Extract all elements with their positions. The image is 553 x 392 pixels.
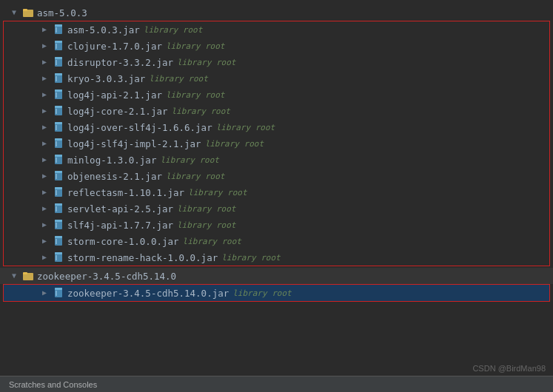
jar-icon (53, 186, 64, 198)
jar-name-12: slf4j-api-1.7.7.jar (67, 220, 173, 231)
asm-child-0[interactable]: ▶ asm-5.0.3.jar library root (4, 21, 549, 38)
jar-name-3: kryo-3.0.3.jar (67, 73, 145, 84)
asm-child-5[interactable]: ▶ log4j-core-2.1.jar library root (4, 103, 549, 119)
library-root-label-11: library root (177, 204, 235, 214)
asm-children-list: ▶ asm-5.0.3.jar library root ▶ clojure-1… (4, 21, 549, 266)
library-root-label-3: library root (149, 74, 207, 84)
jar-name-7: log4j-slf4j-impl-2.1.jar (67, 138, 201, 149)
svg-rect-12 (55, 73, 62, 75)
jar-expand-arrow-4: ▶ (42, 90, 51, 99)
asm-child-14[interactable]: ▶ storm-rename-hack-1.0.0.jar library ro… (4, 249, 549, 266)
asm-child-6[interactable]: ▶ log4j-over-slf4j-1.6.6.jar library roo… (4, 119, 549, 135)
asm-child-2[interactable]: ▶ disruptor-3.3.2.jar library root (4, 54, 549, 70)
svg-rect-36 (55, 203, 62, 206)
svg-rect-15 (55, 89, 62, 92)
zookeeper-expand-arrow: ▼ (12, 271, 21, 280)
jar-expand-arrow-7: ▶ (42, 139, 51, 148)
zookeeper-folder-icon (22, 270, 34, 282)
zookeeper-children-list: ▶ zookeeper-3.4.5-cdh5.14.0.jar library … (4, 285, 549, 301)
jar-expand-arrow-5: ▶ (42, 107, 51, 115)
svg-rect-4 (56, 27, 57, 33)
jar-expand-arrow-6: ▶ (42, 123, 51, 132)
jar-icon (53, 235, 64, 247)
svg-rect-34 (56, 190, 57, 195)
svg-rect-37 (56, 206, 57, 212)
asm-header[interactable]: ▼ asm-5.0.3 (0, 4, 553, 21)
jar-name-4: log4j-api-2.1.jar (67, 89, 162, 101)
svg-rect-13 (56, 76, 57, 81)
svg-rect-16 (56, 92, 57, 98)
svg-rect-27 (55, 155, 62, 157)
svg-rect-43 (56, 239, 57, 244)
jar-icon (53, 89, 64, 101)
asm-child-9[interactable]: ▶ objenesis-2.1.jar library root (4, 168, 549, 184)
asm-child-1[interactable]: ▶ clojure-1.7.0.jar library root (4, 38, 549, 54)
asm-child-8[interactable]: ▶ minlog-1.3.0.jar library root (4, 152, 549, 168)
tree-container: ▼ asm-5.0.3 ▶ asm-5.0.3.jar library root… (0, 0, 553, 392)
svg-rect-10 (56, 60, 57, 65)
svg-rect-9 (55, 57, 62, 59)
jar-icon (53, 121, 64, 133)
zookeeper-header-name: zookeeper-3.4.5-cdh5.14.0 (37, 271, 176, 282)
svg-rect-25 (56, 141, 57, 146)
library-root-label-6: library root (216, 123, 275, 132)
asm-child-12[interactable]: ▶ slf4j-api-1.7.7.jar library root (4, 217, 549, 233)
svg-rect-28 (56, 158, 57, 163)
svg-rect-6 (55, 41, 62, 43)
asm-child-10[interactable]: ▶ reflectasm-1.10.1.jar library root (4, 184, 549, 200)
svg-rect-51 (56, 291, 57, 296)
jar-name-1: clojure-1.7.0.jar (67, 41, 162, 52)
asm-header-name: asm-5.0.3 (37, 7, 87, 18)
asm-child-13[interactable]: ▶ storm-core-1.0.0.jar library root (4, 233, 549, 249)
svg-rect-30 (55, 171, 62, 173)
jar-name-5: log4j-core-2.1.jar (67, 106, 167, 117)
jar-name-11: servlet-api-2.5.jar (67, 203, 173, 214)
svg-rect-40 (56, 223, 57, 228)
jar-icon (53, 105, 64, 117)
folder-icon (22, 7, 34, 18)
jar-icon (53, 154, 64, 166)
library-root-label-8: library root (160, 155, 218, 165)
jar-name-9: objenesis-2.1.jar (67, 171, 162, 182)
jar-icon (53, 138, 64, 149)
jar-name-0: asm-5.0.3.jar (67, 24, 140, 36)
zookeeper-child-0[interactable]: ▶ zookeeper-3.4.5-cdh5.14.0.jar library … (4, 285, 549, 301)
jar-expand-arrow-10: ▶ (42, 188, 51, 197)
bottom-bar: Scratches and Consoles (0, 376, 553, 392)
asm-child-11[interactable]: ▶ servlet-api-2.5.jar library root (4, 200, 549, 217)
asm-children-group: ▶ asm-5.0.3.jar library root ▶ clojure-1… (3, 21, 550, 266)
asm-child-7[interactable]: ▶ log4j-slf4j-impl-2.1.jar library root (4, 135, 549, 152)
svg-rect-1 (23, 9, 27, 11)
library-root-label-7: library root (205, 139, 264, 149)
jar-expand-arrow-11: ▶ (42, 204, 51, 213)
svg-rect-50 (55, 288, 62, 290)
svg-rect-7 (56, 44, 57, 49)
svg-rect-31 (56, 174, 57, 179)
svg-rect-24 (55, 138, 62, 141)
svg-rect-33 (55, 187, 62, 189)
jar-icon (53, 251, 64, 263)
jar-expand-arrow-9: ▶ (42, 172, 51, 180)
library-root-label-5: library root (171, 107, 229, 116)
svg-rect-22 (56, 125, 57, 130)
asm-child-4[interactable]: ▶ log4j-api-2.1.jar library root (4, 87, 549, 103)
svg-rect-18 (55, 106, 62, 108)
jar-expand-arrow-3: ▶ (42, 74, 51, 83)
jar-expand-arrow-12: ▶ (42, 220, 51, 229)
jar-icon (53, 24, 64, 36)
library-root-label-9: library root (166, 172, 224, 181)
watermark: CSDN @BirdMan98 (472, 364, 546, 373)
library-root-label-0: library root (144, 25, 202, 35)
jar-expand-arrow-8: ▶ (42, 155, 51, 164)
svg-rect-3 (55, 24, 62, 27)
svg-rect-45 (55, 252, 62, 254)
jar-icon (53, 40, 64, 52)
jar-icon (53, 56, 64, 68)
zk-jar-name-0: zookeeper-3.4.5-cdh5.14.0.jar (67, 288, 229, 299)
zk-library-root-label-0: library root (232, 288, 291, 298)
asm-expand-arrow: ▼ (12, 8, 21, 17)
zookeeper-header[interactable]: ▼ zookeeper-3.4.5-cdh5.14.0 (0, 268, 553, 284)
jar-icon (53, 72, 64, 84)
asm-child-3[interactable]: ▶ kryo-3.0.3.jar library root (4, 70, 549, 87)
jar-name-8: minlog-1.3.0.jar (67, 155, 156, 166)
